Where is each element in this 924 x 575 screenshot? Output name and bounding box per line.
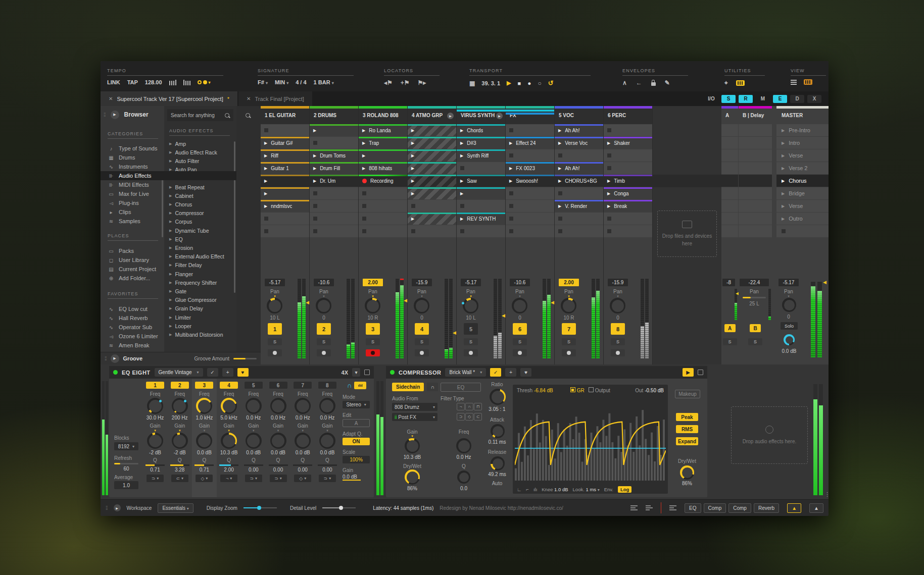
list-view-icon[interactable] xyxy=(669,505,676,510)
drywet-knob[interactable] xyxy=(680,465,694,480)
clip-slot[interactable]: ▶FX 0023 xyxy=(506,162,554,174)
effect-item-frequency-shifter[interactable]: ▶Frequency Shifter xyxy=(164,278,236,287)
drag-handle-icon[interactable]: ⁞⁞ xyxy=(104,112,106,118)
tab-supercool-track[interactable]: ✕ Supercool Track Ver 17 [Supercool Proj… xyxy=(101,91,237,106)
track-activate-button[interactable]: 4 xyxy=(415,323,429,335)
gr-toggle[interactable]: GR xyxy=(570,387,585,393)
output-level-arrow[interactable]: ◀ xyxy=(404,298,407,303)
clip-slot[interactable]: Recording xyxy=(359,175,407,187)
session-view-icon[interactable] xyxy=(791,80,797,85)
results-scrollbar[interactable] xyxy=(234,141,235,293)
empty-clip-slot[interactable] xyxy=(310,225,358,237)
gain-knob[interactable] xyxy=(405,438,420,453)
solo-button[interactable]: S xyxy=(464,338,478,345)
filter-shape-button[interactable]: ⊂ xyxy=(474,413,482,421)
output-level-arrow[interactable]: ◀ xyxy=(502,313,505,318)
empty-clip-slot[interactable] xyxy=(261,124,309,136)
pan-knob[interactable] xyxy=(316,298,331,313)
return-clip-slot[interactable] xyxy=(739,200,772,212)
empty-clip-slot[interactable] xyxy=(261,213,309,225)
empty-clip-slot[interactable] xyxy=(457,200,505,212)
pan-knob[interactable] xyxy=(365,298,380,313)
nudge-up-icon[interactable] xyxy=(183,80,190,85)
volume-readout[interactable]: -10.6 xyxy=(314,279,334,286)
clip-slot[interactable]: ▶ xyxy=(457,187,505,199)
empty-clip-slot[interactable] xyxy=(261,225,309,237)
tap-button[interactable]: TAP xyxy=(127,79,138,85)
track-activate-button[interactable]: 3 xyxy=(366,323,380,335)
comp-title-bar[interactable]: COMPRESSOR Brick Wall *▾ ✓ + ♥ ▶ xyxy=(386,366,707,379)
band-toggle[interactable]: 4 xyxy=(220,382,238,389)
clip-slot[interactable]: ▶ xyxy=(408,137,456,149)
crossfade-assign-button[interactable]: B xyxy=(750,324,761,332)
clip-slot[interactable]: ▶REV SYNTH xyxy=(457,213,505,225)
drag-handle-icon[interactable]: ⁞⁞ xyxy=(105,356,107,361)
effect-item-multiband-distorsion[interactable]: ▶Multiband Distorsion xyxy=(164,330,236,339)
clip-slot[interactable]: ▶nndmlsvc xyxy=(261,200,309,212)
auto-release-toggle[interactable]: Auto xyxy=(483,481,511,486)
filter-type-select[interactable]: ⊃▾ xyxy=(270,475,287,482)
group-unfold-icon[interactable]: ▶ xyxy=(447,113,454,119)
empty-clip-slot[interactable] xyxy=(359,187,407,199)
track-header[interactable]: 6 PERC xyxy=(604,106,652,124)
clip-slot[interactable]: ▶Ah Ah! xyxy=(555,162,603,174)
scene-slot-intro[interactable]: ▶Intro xyxy=(776,137,829,149)
gain-knob[interactable] xyxy=(319,433,335,449)
empty-clip-slot[interactable] xyxy=(408,225,456,237)
gain-knob[interactable] xyxy=(295,433,311,449)
pan-knob[interactable] xyxy=(561,298,576,313)
eq-title-bar[interactable]: EQ EIGHT Gentle Vintage▾ ✓ + ♥ 4X ▾ xyxy=(109,366,374,379)
link-button[interactable]: LINK xyxy=(107,79,120,85)
filter-type-select[interactable]: ◇▾ xyxy=(294,475,311,482)
favorite-item[interactable]: ∿Operator Sub xyxy=(101,323,164,332)
empty-clip-slot[interactable] xyxy=(359,225,407,237)
scene-slot-verse-2[interactable]: ▶Verse 2 xyxy=(776,162,829,174)
status-collapse-button[interactable]: ▶ xyxy=(114,504,121,511)
display-zoom-slider[interactable] xyxy=(244,507,277,508)
list-view-icon[interactable] xyxy=(630,505,638,510)
solo-button[interactable]: S xyxy=(415,338,429,345)
scroll-up-button-2[interactable]: ▲ xyxy=(809,503,823,513)
clip-slot[interactable]: ▶Trap xyxy=(359,137,407,149)
blocks-select[interactable]: 8192 ▾ xyxy=(114,442,138,450)
empty-clip-slot[interactable] xyxy=(555,149,603,162)
view-toggle-m[interactable]: M xyxy=(756,95,770,103)
detail-level-slider[interactable] xyxy=(322,507,356,508)
volume-readout[interactable]: -5.17 xyxy=(779,279,799,286)
add-locator-button[interactable]: +⚑ xyxy=(401,79,410,86)
return-clip-slot[interactable] xyxy=(739,162,772,174)
drop-files-zone[interactable]: Drop files and devices here xyxy=(657,211,717,257)
return-clip-slot[interactable] xyxy=(721,200,738,212)
view-toggle-e[interactable]: E xyxy=(773,95,787,103)
freq-knob[interactable] xyxy=(246,398,262,414)
return-clip-slot[interactable] xyxy=(721,187,738,199)
clip-slot[interactable]: ▶Guitar G# xyxy=(261,137,309,149)
solo-button[interactable]: S xyxy=(723,338,737,345)
effect-item-cabinet[interactable]: ▶Cabinet xyxy=(164,191,236,200)
view-toggle-io[interactable]: I/O xyxy=(704,95,718,103)
computer-midi-keyboard-icon[interactable] xyxy=(736,80,745,86)
group-unfold-icon[interactable]: ▶ xyxy=(496,113,503,119)
pan-slider[interactable] xyxy=(743,297,766,298)
arm-button[interactable] xyxy=(513,349,527,356)
close-icon[interactable]: ✕ xyxy=(247,96,251,101)
empty-clip-slot[interactable] xyxy=(408,200,456,212)
empty-clip-slot[interactable] xyxy=(604,162,652,174)
pan-knob[interactable] xyxy=(463,298,478,313)
volume-readout[interactable]: -5.17 xyxy=(461,279,481,286)
workspace-select[interactable]: Essentials ▾ xyxy=(158,503,193,513)
q-slider[interactable] xyxy=(170,464,189,466)
device-tab-comp[interactable]: Comp xyxy=(728,503,751,513)
kebab-menu-icon[interactable]: ⋮ xyxy=(824,491,830,498)
effect-item-external-audio-effect[interactable]: ▶External Audio Effect xyxy=(164,252,236,261)
crossfade-assign-button[interactable]: A xyxy=(724,324,736,332)
effect-item-glue-compressor[interactable]: ▶Glue Compressor xyxy=(164,296,236,304)
track-activate-button[interactable]: 7 xyxy=(562,323,576,335)
sidebar-item-currentproject[interactable]: ▤Current Project xyxy=(101,265,164,274)
groove-amount-slider[interactable] xyxy=(233,358,257,359)
band-toggle[interactable]: 6 xyxy=(269,382,287,389)
oversampling-toggle[interactable]: 4X xyxy=(342,370,348,376)
favorite-button[interactable]: ♥ xyxy=(237,368,249,377)
track-header[interactable]: FX xyxy=(506,106,554,124)
slope-icon[interactable]: ⌐ xyxy=(526,487,529,492)
